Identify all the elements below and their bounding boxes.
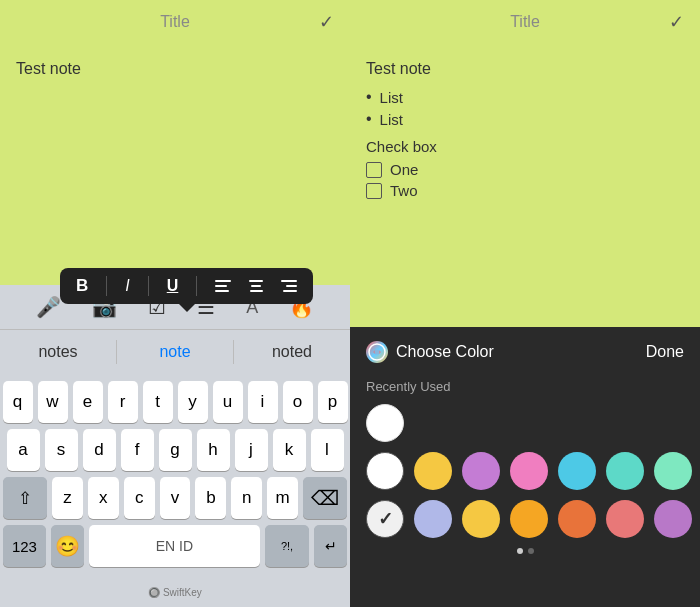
color-swatch-pink1[interactable]: [510, 452, 548, 490]
key-i[interactable]: i: [248, 381, 278, 423]
key-f[interactable]: f: [121, 429, 154, 471]
key-a[interactable]: a: [7, 429, 40, 471]
align-line: [251, 285, 261, 287]
color-swatch-white2[interactable]: [366, 500, 404, 538]
color-swatch-white[interactable]: [366, 452, 404, 490]
color-swatch-cyan1[interactable]: [558, 452, 596, 490]
key-q[interactable]: q: [3, 381, 33, 423]
format-toolbar: B I U: [60, 268, 313, 304]
color-picker-title-row: Choose Color: [366, 341, 494, 363]
color-row-1: [366, 452, 684, 490]
left-note-title: Title: [160, 13, 190, 31]
key-u[interactable]: u: [213, 381, 243, 423]
right-note-panel: Title ✓ Test note List List Check box On…: [350, 0, 700, 607]
color-swatch-lavender[interactable]: [414, 500, 452, 538]
color-swatch-purple1[interactable]: [462, 452, 500, 490]
key-o[interactable]: o: [283, 381, 313, 423]
key-k[interactable]: k: [273, 429, 306, 471]
color-swatch-orange2[interactable]: [558, 500, 596, 538]
align-right-button[interactable]: [281, 280, 297, 292]
autocomplete-noted[interactable]: noted: [234, 333, 350, 371]
checkbox-label-two: Two: [390, 182, 418, 199]
key-r[interactable]: r: [108, 381, 138, 423]
key-n[interactable]: n: [231, 477, 262, 519]
recent-color-white[interactable]: [366, 404, 404, 442]
left-checkmark-icon[interactable]: ✓: [319, 11, 334, 33]
align-center-button[interactable]: [249, 280, 263, 292]
align-line: [249, 280, 263, 282]
toolbar-divider-3: [196, 276, 197, 296]
dotquestion-key[interactable]: ?!,: [265, 525, 309, 567]
autocomplete-bar: notes note noted: [0, 329, 350, 373]
align-left-button[interactable]: [215, 280, 231, 292]
color-row-2: [366, 500, 684, 538]
key-b[interactable]: b: [195, 477, 226, 519]
color-swatch-yellow2[interactable]: [462, 500, 500, 538]
emoji-key[interactable]: 😊: [51, 525, 84, 567]
key-p[interactable]: p: [318, 381, 348, 423]
underline-button[interactable]: U: [167, 277, 179, 295]
list-section: List List: [366, 88, 684, 128]
checkbox-item-two[interactable]: Two: [366, 182, 684, 199]
bold-button[interactable]: B: [76, 276, 88, 296]
recently-used-row: [366, 404, 684, 442]
align-line: [215, 285, 227, 287]
align-line: [286, 285, 297, 287]
keyboard-row-1: q w e r t y u i o p: [3, 381, 347, 423]
color-swatch-salmon[interactable]: [606, 500, 644, 538]
key-d[interactable]: d: [83, 429, 116, 471]
key-j[interactable]: j: [235, 429, 268, 471]
page-indicator: [366, 548, 684, 554]
color-swatch-mint1[interactable]: [654, 452, 692, 490]
swiftkey-brand: 🔘 SwiftKey: [148, 587, 202, 598]
key-t[interactable]: t: [143, 381, 173, 423]
list-item-2: List: [366, 110, 684, 128]
color-swatch-teal1[interactable]: [606, 452, 644, 490]
autocomplete-notes[interactable]: notes: [0, 333, 116, 371]
key-l[interactable]: l: [311, 429, 344, 471]
checkbox-item-one[interactable]: One: [366, 161, 684, 178]
keyboard: q w e r t y u i o p a s d f g h j k l: [0, 373, 350, 577]
color-swatch-yellow1[interactable]: [414, 452, 452, 490]
checkbox-box-one[interactable]: [366, 162, 382, 178]
right-checkmark-icon[interactable]: ✓: [669, 11, 684, 33]
key-s[interactable]: s: [45, 429, 78, 471]
shift-key[interactable]: ⇧: [3, 477, 47, 519]
left-note-panel: Title ✓ Test note B I U 🎤: [0, 0, 350, 607]
return-key[interactable]: ↵: [314, 525, 347, 567]
align-line: [215, 290, 229, 292]
checkbox-box-two[interactable]: [366, 183, 382, 199]
right-note-title: Title: [510, 13, 540, 31]
dot-1: [517, 548, 523, 554]
list-item-1: List: [366, 88, 684, 106]
key-z[interactable]: z: [52, 477, 83, 519]
key-g[interactable]: g: [159, 429, 192, 471]
bottom-bar: 🔘 SwiftKey: [0, 577, 350, 607]
color-picker-done-button[interactable]: Done: [646, 343, 684, 361]
italic-button[interactable]: I: [125, 277, 129, 295]
key-y[interactable]: y: [178, 381, 208, 423]
key-m[interactable]: m: [267, 477, 298, 519]
left-note-header: Title ✓: [0, 0, 350, 44]
num-key[interactable]: 123: [3, 525, 46, 567]
key-v[interactable]: v: [160, 477, 191, 519]
align-line: [281, 280, 297, 282]
toolbar-divider-1: [106, 276, 107, 296]
key-x[interactable]: x: [88, 477, 119, 519]
keyboard-row-3: ⇧ z x c v b n m ⌫: [3, 477, 347, 519]
backspace-key[interactable]: ⌫: [303, 477, 347, 519]
checkbox-section-label: Check box: [366, 138, 684, 155]
mic-button[interactable]: 🎤: [36, 295, 61, 319]
key-h[interactable]: h: [197, 429, 230, 471]
keyboard-row-2: a s d f g h j k l: [3, 429, 347, 471]
autocomplete-note[interactable]: note: [117, 333, 233, 371]
color-swatch-mauve[interactable]: [654, 500, 692, 538]
left-note-text: Test note: [16, 60, 81, 77]
color-swatch-orange1[interactable]: [510, 500, 548, 538]
space-key[interactable]: EN ID: [89, 525, 260, 567]
key-c[interactable]: c: [124, 477, 155, 519]
right-note-header: Title ✓: [350, 0, 700, 44]
key-e[interactable]: e: [73, 381, 103, 423]
keyboard-row-4: 123 😊 EN ID ?!, ↵: [3, 525, 347, 567]
key-w[interactable]: w: [38, 381, 68, 423]
